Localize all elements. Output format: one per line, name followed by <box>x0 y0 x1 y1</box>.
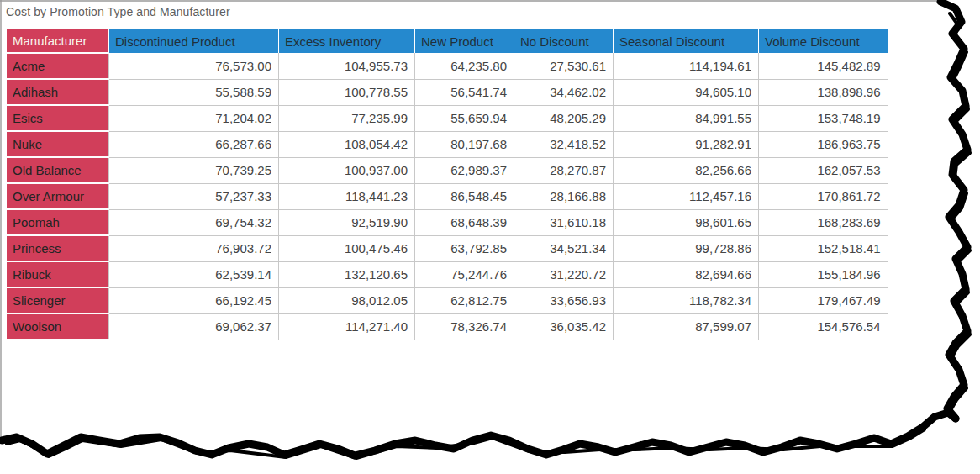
row-header[interactable]: Old Balance <box>7 157 109 183</box>
row-header[interactable]: Nuke <box>7 131 109 157</box>
data-cell[interactable]: 64,235.80 <box>415 53 514 79</box>
torn-edge-right <box>940 2 970 419</box>
table-row: Esics71,204.0277,235.9955,659.9448,205.2… <box>7 105 888 131</box>
data-cell[interactable]: 56,541.74 <box>415 79 514 105</box>
report-canvas: Cost by Promotion Type and Manufacturer … <box>0 0 980 474</box>
data-cell[interactable]: 75,244.76 <box>415 261 514 287</box>
data-cell[interactable]: 132,120.65 <box>279 261 415 287</box>
data-cell[interactable]: 48,205.29 <box>514 105 614 131</box>
data-cell[interactable]: 77,235.99 <box>279 105 415 131</box>
data-cell[interactable]: 69,754.32 <box>109 209 279 235</box>
data-cell[interactable]: 112,457.16 <box>614 183 759 209</box>
data-cell[interactable]: 55,659.94 <box>415 105 514 131</box>
data-cell[interactable]: 76,903.72 <box>109 235 279 261</box>
data-cell[interactable]: 155,184.96 <box>759 261 888 287</box>
data-cell[interactable]: 118,782.34 <box>614 287 759 313</box>
data-cell[interactable]: 28,166.88 <box>514 183 614 209</box>
data-cell[interactable]: 82,256.66 <box>614 157 759 183</box>
data-cell[interactable]: 70,739.25 <box>109 157 279 183</box>
data-cell[interactable]: 71,204.02 <box>109 105 279 131</box>
data-cell[interactable]: 55,588.59 <box>109 79 279 105</box>
data-cell[interactable]: 33,656.93 <box>514 287 614 313</box>
data-cell[interactable]: 98,601.65 <box>614 209 759 235</box>
data-cell[interactable]: 154,576.54 <box>759 313 888 340</box>
column-header[interactable]: No Discount <box>514 29 614 53</box>
data-cell[interactable]: 86,548.45 <box>415 183 514 209</box>
data-cell[interactable]: 162,057.53 <box>759 157 888 183</box>
data-cell[interactable]: 91,282.91 <box>614 131 759 157</box>
table-row: Old Balance70,739.25100,937.0062,989.372… <box>7 157 888 183</box>
data-cell[interactable]: 31,220.72 <box>514 261 614 287</box>
data-cell[interactable]: 100,475.46 <box>279 235 415 261</box>
data-cell[interactable]: 66,287.66 <box>109 131 279 157</box>
data-cell[interactable]: 62,539.14 <box>109 261 279 287</box>
visual-title: Cost by Promotion Type and Manufacturer <box>6 5 230 18</box>
data-cell[interactable]: 36,035.42 <box>514 313 614 340</box>
data-cell[interactable]: 92,519.90 <box>279 209 415 235</box>
data-cell[interactable]: 186,963.75 <box>759 131 888 157</box>
data-cell[interactable]: 57,237.33 <box>109 183 279 209</box>
data-cell[interactable]: 31,610.18 <box>514 209 614 235</box>
column-header[interactable]: Seasonal Discount <box>614 29 759 53</box>
matrix-body: Acme76,573.00104,955.7364,235.8027,530.6… <box>7 53 888 340</box>
row-header[interactable]: Princess <box>7 235 109 261</box>
column-header[interactable]: Volume Discount <box>759 29 888 53</box>
data-cell[interactable]: 138,898.96 <box>759 79 888 105</box>
column-header[interactable]: New Product <box>415 29 514 53</box>
row-header[interactable]: Ribuck <box>7 261 109 287</box>
row-header[interactable]: Woolson <box>7 313 109 340</box>
data-cell[interactable]: 82,694.66 <box>614 261 759 287</box>
row-header[interactable]: Acme <box>7 53 109 79</box>
matrix-table: ManufacturerDiscontinued ProductExcess I… <box>7 29 888 340</box>
data-cell[interactable]: 118,441.23 <box>279 183 415 209</box>
table-row: Princess76,903.72100,475.4663,792.8534,5… <box>7 235 888 261</box>
data-cell[interactable]: 170,861.72 <box>759 183 888 209</box>
data-cell[interactable]: 108,054.42 <box>279 131 415 157</box>
data-cell[interactable]: 34,462.02 <box>514 79 614 105</box>
data-cell[interactable]: 100,937.00 <box>279 157 415 183</box>
matrix-header: ManufacturerDiscontinued ProductExcess I… <box>7 29 888 53</box>
data-cell[interactable]: 87,599.07 <box>614 313 759 340</box>
data-cell[interactable]: 28,270.87 <box>514 157 614 183</box>
data-cell[interactable]: 114,271.40 <box>279 313 415 340</box>
data-cell[interactable]: 98,012.05 <box>279 287 415 313</box>
row-header[interactable]: Poomah <box>7 209 109 235</box>
data-cell[interactable]: 80,197.68 <box>415 131 514 157</box>
data-cell[interactable]: 84,991.55 <box>614 105 759 131</box>
data-cell[interactable]: 32,418.52 <box>514 131 614 157</box>
data-cell[interactable]: 62,989.37 <box>415 157 514 183</box>
column-header-manufacturer[interactable]: Manufacturer <box>7 29 109 53</box>
data-cell[interactable]: 27,530.61 <box>514 53 614 79</box>
data-cell[interactable]: 145,482.89 <box>759 53 888 79</box>
data-cell[interactable]: 168,283.69 <box>759 209 888 235</box>
data-cell[interactable]: 179,467.49 <box>759 287 888 313</box>
table-row: Slicenger66,192.4598,012.0562,812.7533,6… <box>7 287 888 313</box>
data-cell[interactable]: 69,062.37 <box>109 313 279 340</box>
data-cell[interactable]: 78,326.74 <box>415 313 514 340</box>
data-cell[interactable]: 68,648.39 <box>415 209 514 235</box>
data-cell[interactable]: 104,955.73 <box>279 53 415 79</box>
data-cell[interactable]: 94,605.10 <box>614 79 759 105</box>
data-cell[interactable]: 114,194.61 <box>614 53 759 79</box>
row-header[interactable]: Adihash <box>7 79 109 105</box>
data-cell[interactable]: 153,748.19 <box>759 105 888 131</box>
data-cell[interactable]: 152,518.41 <box>759 235 888 261</box>
data-cell[interactable]: 62,812.75 <box>415 287 514 313</box>
column-header[interactable]: Excess Inventory <box>279 29 415 53</box>
data-cell[interactable]: 34,521.34 <box>514 235 614 261</box>
column-header[interactable]: Discontinued Product <box>109 29 279 53</box>
table-row: Woolson69,062.37114,271.4078,326.7436,03… <box>7 313 888 340</box>
table-row: Ribuck62,539.14132,120.6575,244.7631,220… <box>7 261 888 287</box>
data-cell[interactable]: 63,792.85 <box>415 235 514 261</box>
data-cell[interactable]: 66,192.45 <box>109 287 279 313</box>
table-row: Poomah69,754.3292,519.9068,648.3931,610.… <box>7 209 888 235</box>
data-cell[interactable]: 99,728.86 <box>614 235 759 261</box>
data-cell[interactable]: 76,573.00 <box>109 53 279 79</box>
row-header[interactable]: Slicenger <box>7 287 109 313</box>
table-row: Over Armour57,237.33118,441.2386,548.452… <box>7 183 888 209</box>
table-row: Acme76,573.00104,955.7364,235.8027,530.6… <box>7 53 888 79</box>
row-header[interactable]: Over Armour <box>7 183 109 209</box>
data-cell[interactable]: 100,778.55 <box>279 79 415 105</box>
row-header[interactable]: Esics <box>7 105 109 131</box>
header-row: ManufacturerDiscontinued ProductExcess I… <box>7 29 888 53</box>
